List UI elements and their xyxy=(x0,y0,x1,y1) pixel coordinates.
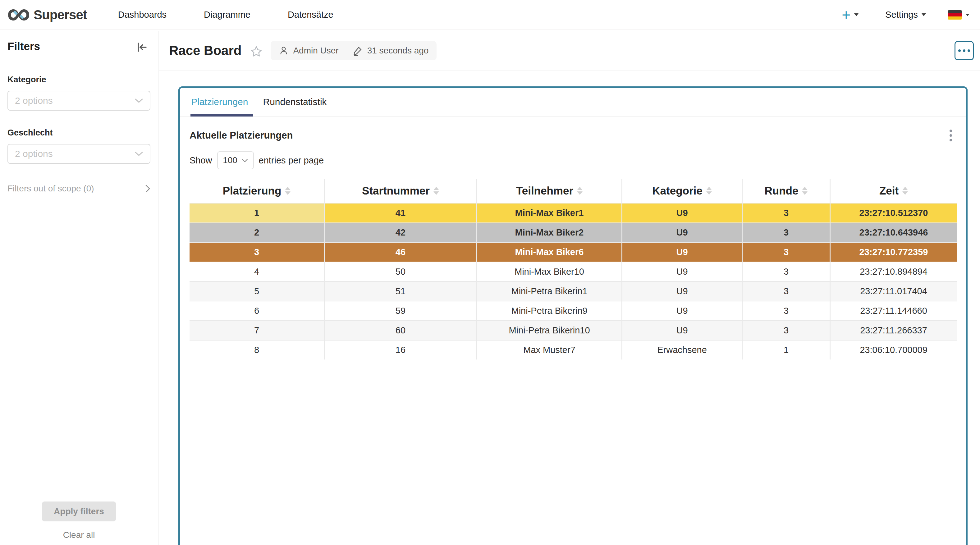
table-cell: 59 xyxy=(325,301,476,320)
sort-icon xyxy=(706,187,712,195)
sort-icon xyxy=(433,187,439,195)
table-cell: 3 xyxy=(743,243,830,262)
table-cell: 6 xyxy=(189,301,324,320)
last-modified: 31 seconds ago xyxy=(367,46,429,56)
table-cell: 3 xyxy=(743,223,830,242)
tab-platzierungen[interactable]: Platzierungen xyxy=(191,97,248,107)
table-cell: 46 xyxy=(325,243,476,262)
table-cell: Mini-Petra Bikerin9 xyxy=(477,301,621,320)
column-label: Platzierung xyxy=(223,184,282,197)
table-cell: 1 xyxy=(743,340,830,359)
dashboard-more-button[interactable] xyxy=(955,41,974,60)
table-cell: 42 xyxy=(325,223,476,242)
dashboard-owner[interactable]: Admin User xyxy=(293,46,338,56)
column-label: Kategorie xyxy=(652,184,702,197)
chevron-down-icon xyxy=(135,151,143,156)
column-header-zeit[interactable]: Zeit xyxy=(830,179,957,203)
filters-out-of-scope[interactable]: Filters out of scope (0) xyxy=(8,184,150,194)
navbar-right: + Settings xyxy=(842,8,969,22)
settings-menu[interactable]: Settings xyxy=(885,10,926,20)
column-header-runde[interactable]: Runde xyxy=(743,179,830,203)
table-cell: 5 xyxy=(189,282,324,301)
clear-all-button[interactable]: Clear all xyxy=(63,530,95,540)
page-size-suffix: entries per page xyxy=(259,155,324,165)
page-size-select[interactable]: 100 xyxy=(217,151,254,169)
brand-name: Superset xyxy=(33,8,87,22)
dashboard-byline: Admin User 31 seconds ago xyxy=(270,41,437,60)
table-cell: 51 xyxy=(325,282,476,301)
geschlecht-select[interactable]: 2 options xyxy=(8,144,150,164)
table-cell: Mini-Max Biker10 xyxy=(477,262,621,281)
column-header-platzierung[interactable]: Platzierung xyxy=(189,179,324,203)
table-cell: U9 xyxy=(622,243,742,262)
dashboard-tab-panel: Platzierungen Rundenstatistik Aktuelle P… xyxy=(178,86,967,545)
table-cell: U9 xyxy=(622,321,742,340)
table-cell: 23:27:11.144660 xyxy=(830,301,957,320)
filters-sidebar: Filters Kategorie 2 options Geschlecht 2… xyxy=(0,31,159,545)
table-cell: U9 xyxy=(622,223,742,242)
column-label: Zeit xyxy=(879,184,899,197)
results-table: PlatzierungStartnummerTeilnehmerKategori… xyxy=(189,179,957,359)
tab-rundenstatistik[interactable]: Rundenstatistik xyxy=(263,97,326,107)
table-cell: 23:27:10.512370 xyxy=(830,203,957,222)
table-cell: U9 xyxy=(622,282,742,301)
edit-pencil-icon xyxy=(352,45,363,56)
table-cell: Mini-Petra Bikerin1 xyxy=(477,282,621,301)
filter-label-geschlecht: Geschlecht xyxy=(8,128,150,138)
table-cell: 23:27:10.772359 xyxy=(830,243,957,262)
kategorie-select[interactable]: 2 options xyxy=(8,91,150,111)
table-cell: 3 xyxy=(743,282,830,301)
table-cell: 23:27:10.894894 xyxy=(830,262,957,281)
chart-kebab-menu-icon[interactable] xyxy=(948,128,953,143)
table-cell: 50 xyxy=(325,262,476,281)
chevron-down-icon xyxy=(135,98,143,103)
table-cell: 2 xyxy=(189,223,324,242)
nav-item-dashboards[interactable]: Dashboards xyxy=(118,10,167,20)
tab-bar: Platzierungen Rundenstatistik xyxy=(180,88,966,116)
chart-header: Aktuelle Platzierungen xyxy=(189,128,956,143)
page-size-prefix: Show xyxy=(189,155,212,165)
table-cell: 3 xyxy=(743,203,830,222)
apply-filters-button[interactable]: Apply filters xyxy=(42,502,116,521)
table-cell: 3 xyxy=(743,301,830,320)
chevron-down-icon xyxy=(242,159,248,162)
superset-logo-icon xyxy=(8,8,30,22)
dashboard-main: Race Board Admin User 31 seconds ago Pla… xyxy=(159,31,980,545)
german-flag-icon xyxy=(948,10,962,19)
table-cell: 7 xyxy=(189,321,324,340)
column-header-startnummer[interactable]: Startnummer xyxy=(325,179,476,203)
sort-icon xyxy=(902,187,908,195)
column-label: Startnummer xyxy=(362,184,430,197)
table-cell: Max Muster7 xyxy=(477,340,621,359)
table-cell: Mini-Max Biker1 xyxy=(477,203,621,222)
favorite-star-icon[interactable] xyxy=(250,45,262,58)
new-item-menu[interactable]: + xyxy=(842,8,859,22)
table-cell: Mini-Max Biker2 xyxy=(477,223,621,242)
column-label: Teilnehmer xyxy=(516,184,573,197)
table-cell: 23:27:11.017404 xyxy=(830,282,957,301)
language-menu[interactable] xyxy=(948,10,969,19)
table-cell: 8 xyxy=(189,340,324,359)
column-header-teilnehmer[interactable]: Teilnehmer xyxy=(477,179,621,203)
sort-icon xyxy=(285,187,291,195)
caret-down-icon xyxy=(966,14,969,16)
nav-item-diagramme[interactable]: Diagramme xyxy=(204,10,250,20)
collapse-sidebar-icon[interactable] xyxy=(135,41,148,54)
table-cell: 3 xyxy=(743,262,830,281)
table-cell: 3 xyxy=(743,321,830,340)
table-cell: 23:06:10.700009 xyxy=(830,340,957,359)
table-cell: 16 xyxy=(325,340,476,359)
table-cell: 41 xyxy=(325,203,476,222)
caret-down-icon xyxy=(854,13,859,16)
table-cell: 3 xyxy=(189,243,324,262)
nav-item-datensaetze[interactable]: Datensätze xyxy=(288,10,333,20)
tab-content: Aktuelle Platzierungen Show 100 entries … xyxy=(180,128,966,359)
column-header-kategorie[interactable]: Kategorie xyxy=(622,179,742,203)
table-cell: Mini-Max Biker6 xyxy=(477,243,621,262)
dashboard-title: Race Board xyxy=(169,43,242,58)
dashboard-header: Race Board Admin User 31 seconds ago xyxy=(159,31,980,71)
table-cell: 4 xyxy=(189,262,324,281)
filters-title: Filters xyxy=(8,40,150,52)
table-cell: 1 xyxy=(189,203,324,222)
user-icon xyxy=(279,46,289,56)
